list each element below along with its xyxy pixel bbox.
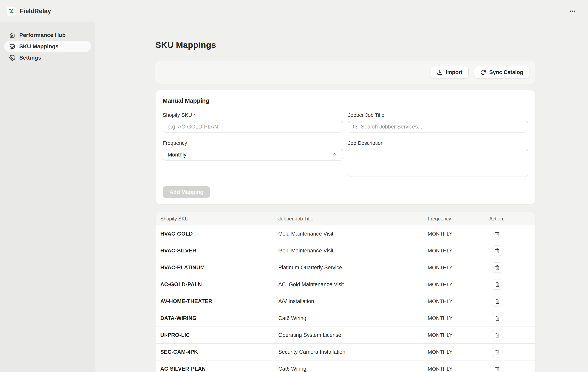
column-header-frequency: Frequency — [428, 216, 489, 222]
sync-icon — [480, 70, 486, 75]
jobber-job-title-field-group: Jobber Job Title — [348, 112, 528, 133]
sku-cell: SEC-CAM-4PK — [160, 349, 278, 355]
app-logo: FieldRelay — [7, 7, 51, 16]
frequency-cell: MONTHLY — [428, 366, 489, 372]
table-row: UI-PRO-LIC Operating System License MONT… — [156, 327, 535, 344]
chevrons-up-down-icon — [332, 152, 337, 157]
sidebar-item-label: Performance Hub — [19, 32, 65, 38]
job-title-cell: Security Camera Installation — [278, 349, 428, 355]
shopify-sku-label: Shopify SKU* — [163, 112, 343, 118]
delete-mapping-button[interactable] — [492, 296, 502, 306]
frequency-label: Frequency — [163, 140, 343, 146]
delete-mapping-button[interactable] — [492, 246, 502, 256]
frequency-selected-value: Monthly — [168, 152, 187, 158]
required-marker: * — [193, 112, 195, 118]
delete-mapping-button[interactable] — [492, 313, 502, 323]
sidebar-item-label: SKU Mappings — [19, 43, 59, 50]
sidebar: Performance Hub SKU Mappings Settings — [0, 22, 95, 372]
shopify-sku-input[interactable] — [163, 121, 343, 133]
table-body: HVAC-GOLD Gold Maintenance Visit MONTHLY… — [156, 226, 535, 372]
topbar: FieldRelay — [0, 0, 588, 22]
trash-icon — [495, 248, 500, 253]
table-row: AV-HOME-THEATER A/V Installation MONTHLY — [156, 293, 535, 310]
sku-cell: HVAC-SILVER — [160, 248, 278, 254]
delete-mapping-button[interactable] — [492, 330, 502, 340]
frequency-cell: MONTHLY — [428, 332, 489, 338]
frequency-cell: MONTHLY — [428, 265, 489, 271]
job-title-cell: Gold Maintenance Visit — [278, 248, 428, 254]
delete-mapping-button[interactable] — [492, 347, 502, 357]
page-title: SKU Mappings — [155, 40, 535, 50]
delete-mapping-button[interactable] — [492, 262, 502, 273]
job-title-cell: Operating System License — [278, 332, 428, 338]
job-description-label: Job Description — [348, 140, 528, 146]
import-button[interactable]: Import — [431, 66, 469, 78]
job-description-field-group: Job Description — [348, 140, 528, 177]
jobber-service-search-input[interactable] — [348, 121, 528, 133]
frequency-select[interactable]: Monthly — [163, 149, 343, 160]
trash-icon — [495, 231, 500, 237]
form-title: Manual Mapping — [163, 97, 528, 104]
trash-icon — [495, 316, 500, 321]
sidebar-item-label: Settings — [19, 55, 41, 61]
job-title-cell: A/V Installation — [278, 298, 428, 304]
frequency-cell: MONTHLY — [428, 349, 489, 355]
sidebar-item-sku-mappings[interactable]: SKU Mappings — [4, 41, 91, 52]
job-title-cell: Gold Maintenance Visit — [278, 231, 428, 237]
overflow-menu-button[interactable] — [567, 6, 578, 17]
search-icon — [352, 124, 358, 130]
sync-catalog-button-label: Sync Catalog — [489, 69, 523, 75]
mappings-table: Shopify SKU Jobber Job Title Frequency A… — [155, 212, 535, 372]
gear-icon — [9, 55, 15, 61]
column-header-action: Action — [489, 216, 530, 222]
trash-icon — [495, 282, 500, 287]
column-header-shopify-sku: Shopify SKU — [160, 216, 278, 222]
job-description-textarea[interactable] — [348, 149, 528, 177]
table-row: HVAC-SILVER Gold Maintenance Visit MONTH… — [156, 242, 535, 259]
job-title-cell: Platinum Quarterly Service — [278, 265, 428, 271]
table-row: SEC-CAM-4PK Security Camera Installation… — [156, 344, 535, 361]
sku-cell: UI-PRO-LIC — [160, 332, 278, 338]
add-mapping-button[interactable]: Add Mapping — [163, 186, 210, 198]
shopify-sku-field-group: Shopify SKU* — [163, 112, 343, 133]
app-window: FieldRelay Performance Hub S — [0, 0, 588, 372]
delete-mapping-button[interactable] — [492, 279, 502, 289]
trash-icon — [495, 349, 500, 355]
jobber-job-title-label: Jobber Job Title — [348, 112, 528, 118]
trash-icon — [495, 265, 500, 270]
sku-cell: AC-SILVER-PLAN — [160, 366, 278, 372]
delete-mapping-button[interactable] — [492, 229, 502, 239]
inbox-icon — [9, 43, 15, 50]
job-title-cell: Cat6 Wiring — [278, 366, 428, 372]
logo-box — [7, 7, 16, 16]
manual-mapping-card: Manual Mapping Shopify SKU* Jobber Job T… — [155, 90, 535, 204]
table-row: AC-GOLD-PALN AC_Gold Maintenance Visit M… — [156, 276, 535, 293]
main-area: SKU Mappings Import — [95, 22, 588, 372]
sku-cell: HVAC-GOLD — [160, 231, 278, 237]
frequency-cell: MONTHLY — [428, 281, 489, 288]
trash-icon — [495, 366, 500, 372]
sync-catalog-button[interactable]: Sync Catalog — [474, 66, 529, 78]
sku-cell: AC-GOLD-PALN — [160, 281, 278, 288]
frequency-cell: MONTHLY — [428, 315, 489, 321]
frequency-cell: MONTHLY — [428, 248, 489, 254]
toolbar: Import Sync Catalog — [155, 61, 535, 84]
frequency-cell: MONTHLY — [428, 298, 489, 304]
column-header-jobber-job-title: Jobber Job Title — [278, 216, 428, 222]
download-icon — [437, 70, 443, 75]
delete-mapping-button[interactable] — [492, 364, 502, 372]
sidebar-item-settings[interactable]: Settings — [4, 52, 91, 63]
app-name: FieldRelay — [20, 8, 51, 15]
home-icon — [9, 32, 15, 38]
table-row: AC-SILVER-PLAN Cat6 Wiring MONTHLY — [156, 361, 535, 372]
sidebar-item-performance-hub[interactable]: Performance Hub — [4, 29, 91, 41]
job-title-cell: Cat6 Wiring — [278, 315, 428, 321]
job-title-cell: AC_Gold Maintenance Visit — [278, 281, 428, 288]
logo-icon — [8, 8, 14, 14]
table-row: HVAC-GOLD Gold Maintenance Visit MONTHLY — [156, 226, 535, 242]
table-row: HVAC-PLATINUM Platinum Quarterly Service… — [156, 259, 535, 276]
ellipsis-icon — [569, 8, 576, 14]
frequency-field-group: Frequency Monthly — [163, 140, 343, 177]
table-header-row: Shopify SKU Jobber Job Title Frequency A… — [156, 212, 535, 226]
table-row: DATA-WIRING Cat6 Wiring MONTHLY — [156, 310, 535, 327]
